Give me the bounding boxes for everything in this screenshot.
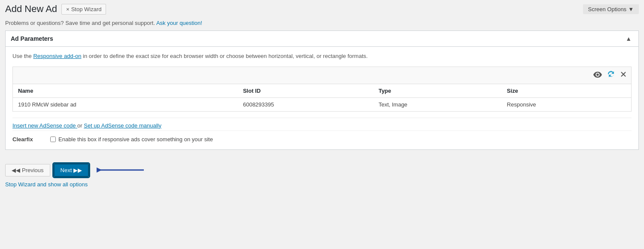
main-content: Problems or questions? Save time and get… [0, 17, 644, 159]
support-bar: Problems or questions? Save time and get… [5, 17, 639, 30]
ad-table: Name Slot ID Type Size 1910 RMcW sidebar… [13, 84, 631, 111]
panel-body: Use the Responsive add-on in order to de… [6, 47, 638, 149]
cell-type: Text, Image [374, 97, 502, 111]
close-icon [620, 71, 627, 80]
col-slot-id: Slot ID [238, 84, 374, 98]
insert-links: Insert new AdSense code or Set up AdSens… [12, 118, 632, 131]
clearfix-checkbox-label: Enable this box if responsive ads cover … [58, 136, 213, 143]
panel-title: Ad Parameters [11, 35, 53, 42]
insert-or-separator: or [77, 122, 84, 129]
cell-slot-id: 6008293395 [238, 97, 374, 111]
chevron-down-icon: ▼ [628, 6, 634, 12]
close-icon-button[interactable] [619, 70, 628, 81]
refresh-icon-button[interactable] [606, 70, 616, 81]
prev-arrow-icon: ◀◀ [12, 167, 20, 173]
setup-adsense-link[interactable]: Set up AdSense code manually [84, 122, 161, 129]
refresh-icon [607, 70, 615, 80]
col-name: Name [13, 84, 238, 98]
screen-options-label: Screen Options [588, 6, 627, 12]
next-label: Next [61, 167, 72, 173]
insert-adsense-link[interactable]: Insert new AdSense code [12, 122, 77, 129]
stop-wizard-icon: × [66, 6, 70, 12]
description-text: Use the Responsive add-on in order to de… [12, 52, 632, 61]
bottom-nav: ◀◀ Previous Next ▶▶ [0, 159, 644, 179]
page-title-area: Add New Ad × Stop Wizard [5, 3, 106, 15]
cell-name: 1910 RMcW sidebar ad [13, 97, 238, 111]
support-text: Problems or questions? Save time and get… [5, 20, 155, 26]
col-size: Size [502, 84, 631, 98]
responsive-addon-link[interactable]: Responsive add-on [33, 53, 81, 59]
table-header-row: Name Slot ID Type Size [13, 84, 631, 98]
stop-wizard-all-options-link[interactable]: Stop Wizard and show all options [0, 179, 644, 191]
chevron-up-icon: ▲ [626, 35, 632, 42]
ask-question-link[interactable]: Ask your question! [156, 20, 202, 26]
clearfix-row: Clearfix Enable this box if responsive a… [12, 131, 632, 144]
ad-parameters-panel: Ad Parameters ▲ Use the Responsive add-o… [5, 30, 639, 150]
ad-table-wrapper: Name Slot ID Type Size 1910 RMcW sidebar… [12, 67, 632, 112]
eye-icon [593, 71, 602, 80]
page-title: Add New Ad [5, 3, 57, 15]
clearfix-checkbox[interactable] [50, 137, 56, 142]
panel-header: Ad Parameters ▲ [6, 31, 638, 47]
cell-size: Responsive [502, 97, 631, 111]
svg-marker-1 [97, 167, 102, 173]
col-type: Type [374, 84, 502, 98]
clearfix-check-area: Enable this box if responsive ads cover … [50, 136, 213, 143]
stop-wizard-button[interactable]: × Stop Wizard [61, 4, 106, 15]
stop-wizard-label: Stop Wizard [71, 6, 102, 12]
next-button[interactable]: Next ▶▶ [54, 164, 89, 177]
panel-toggle-button[interactable]: ▲ [624, 34, 633, 43]
view-icon-button[interactable] [592, 70, 603, 81]
table-row: 1910 RMcW sidebar ad 6008293395 Text, Im… [13, 97, 631, 111]
clearfix-label: Clearfix [12, 136, 47, 143]
previous-label: Previous [22, 167, 44, 173]
previous-button[interactable]: ◀◀ Previous [5, 164, 50, 176]
arrow-indicator [97, 165, 148, 175]
screen-options-button[interactable]: Screen Options ▼ [583, 4, 639, 14]
top-bar: Add New Ad × Stop Wizard Screen Options … [0, 0, 644, 17]
table-toolbar [13, 67, 631, 84]
next-arrow-icon: ▶▶ [73, 167, 82, 173]
